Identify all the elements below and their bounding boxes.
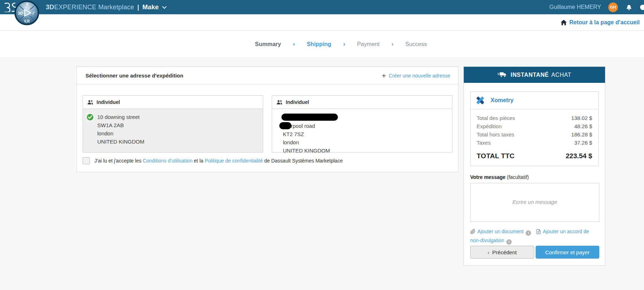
brand-rest: EXPERIENCE Marketplace [54,4,134,11]
chevron-left-icon: ‹ [488,249,490,255]
message-label: Votre message (facultatif) [470,174,599,180]
add-document-link[interactable]: Ajouter un document [477,229,523,234]
checkout-steps-bar: Summary › Shipping › Payment › Success [0,31,644,57]
back-to-home-label: Retour à la page d'accueil [569,19,640,26]
svg-text:i': i' [33,11,35,15]
notifications-bell-icon[interactable] [625,3,633,11]
total-line: Expédition48.26 $ [477,122,592,130]
address-line: UNITED KINGDOM [283,146,447,155]
privacy-policy-link[interactable]: Politique de confidentialité [205,158,263,164]
address-card-header: Individuel [272,96,452,109]
address-line: london [97,129,258,138]
total-line: Taxes37.26 $ [477,139,592,147]
terms-row: J'ai lu et j'accepte les Conditions d'ut… [77,157,458,164]
address-card-selected[interactable]: Individuel 10 downing street SW1A 2AB lo… [83,95,263,152]
page-content: Sélectionner une adresse d'expédition + … [0,57,644,290]
message-input[interactable] [470,183,599,222]
redacted-number [279,122,291,129]
create-address-button[interactable]: + Créer une nouvelle adresse [382,73,450,79]
address-line: 10 downing street [97,113,258,121]
totals-box: Xometry Total des pièces138.02 $ Expédit… [470,91,599,166]
people-icon [87,100,93,105]
vendor-name: Xometry [491,97,513,104]
summary-actions: ‹Précédent Confirmer et payer [470,246,599,259]
grand-total-row: TOTAL TTC223.54 $ [477,152,592,160]
totals-list: Total des pièces138.02 $ Expédition48.26… [471,109,598,166]
step-separator-icon: › [293,40,295,48]
app-name: Make [142,4,159,11]
partial-edge-icon [640,5,644,10]
address-line: london [283,138,447,146]
app-title: 3DEXPERIENCE Marketplace | Make [46,0,165,14]
create-address-label: Créer une nouvelle adresse [389,73,450,79]
address-type-label: Individuel [97,99,120,105]
address-panel-title: Sélectionner une adresse d'expédition [85,72,183,79]
top-header-bar: 3D i' V,R Y 3DEXPERIENCE Marketplace | M… [0,0,644,14]
back-to-home-link[interactable]: Retour à la page d'accueil [561,19,640,26]
address-line: liverpool road [283,122,447,130]
address-card-body: liverpool road KT2 7SZ london UNITED KIN… [272,109,452,152]
step-summary[interactable]: Summary [255,41,281,48]
paperclip-icon [470,229,476,236]
truck-icon [497,72,507,78]
svg-text:V,R: V,R [24,19,30,23]
redacted-name [281,114,338,121]
secondary-bar: Retour à la page d'accueil [0,14,644,31]
step-separator-icon: › [392,40,394,48]
vendor-row[interactable]: Xometry [471,92,598,109]
chevron-down-icon [162,4,167,9]
instant-purchase-title-bold: INSTANTANÉ [511,72,549,78]
address-card-header: Individuel [83,96,263,109]
address-line: KT2 7SZ [283,130,447,138]
address-card-alternate[interactable]: Individuel liverpool road KT2 7SZ london… [272,95,452,152]
step-separator-icon: › [343,40,345,48]
step-payment: Payment [357,41,379,48]
info-icon[interactable] [526,230,531,236]
address-card-body: 10 downing street SW1A 2AB london UNITED… [83,109,263,152]
total-line: Total des pièces138.02 $ [477,114,592,122]
user-name[interactable]: Guillaume HEMERY [549,4,601,10]
attachment-links: Ajouter un document Ajouter un accord de… [470,228,599,245]
instant-purchase-header: INSTANTANÉ ACHAT [464,67,605,83]
step-shipping[interactable]: Shipping [307,41,331,48]
terms-checkbox[interactable] [83,157,90,164]
svg-text:3D: 3D [18,11,23,15]
step-success: Success [405,41,427,48]
home-icon [561,20,567,25]
document-icon [536,229,541,236]
brand-3d: 3D [46,4,54,11]
app-switcher-make[interactable]: Make [142,4,165,11]
address-line: UNITED KINGDOM [97,138,258,146]
avatar[interactable]: GH [608,2,618,12]
terms-text: J'ai lu et j'accepte les Conditions d'ut… [94,158,343,164]
confirm-and-pay-button[interactable]: Confirmer et payer [536,246,600,259]
avatar-initials: GH [610,5,616,9]
people-icon [276,100,282,105]
previous-button[interactable]: ‹Précédent [470,246,534,259]
address-type-label: Individuel [286,99,309,105]
user-cluster: Guillaume HEMERY GH [549,0,641,14]
terms-of-use-link[interactable]: Conditions d'utilisation [143,158,192,164]
total-line: Total hors taxes186.28 $ [477,130,592,139]
xometry-logo [475,95,485,105]
plus-icon: + [382,73,386,78]
selected-check-icon [86,113,94,123]
address-panel-header: Sélectionner une adresse d'expédition + … [77,67,458,85]
instant-purchase-title-light: ACHAT [551,72,571,78]
address-line: SW1A 2AB [97,121,258,129]
shipping-address-panel: Sélectionner une adresse d'expédition + … [77,66,458,172]
info-icon[interactable] [506,239,512,245]
3dexperience-compass-logo[interactable]: 3D i' V,R Y [14,0,39,25]
brand-divider: | [137,4,139,11]
address-cards: Individuel 10 downing street SW1A 2AB lo… [77,85,458,152]
order-summary-panel: INSTANTANÉ ACHAT Xometry Total des pièce… [463,66,605,266]
